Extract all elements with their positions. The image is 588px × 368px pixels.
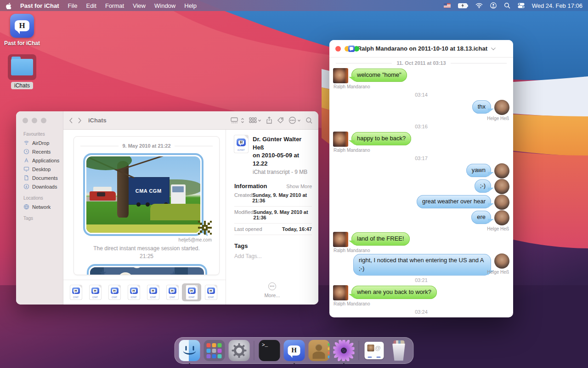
speech-bubble-icon: H <box>15 20 29 32</box>
message-bubble: yawn <box>466 164 491 177</box>
running-indicator <box>343 363 345 364</box>
zoom-button[interactable] <box>41 118 46 123</box>
launchpad-icon <box>204 340 225 361</box>
spotlight-search-icon[interactable] <box>504 2 510 9</box>
chat-message: land of the FREE! Ralph Mandarano <box>332 232 510 253</box>
wifi-icon[interactable] <box>475 3 483 8</box>
desktop-icon-past-for-ichat[interactable]: H Past for iChat <box>0 14 44 46</box>
user-switch-icon[interactable] <box>490 2 497 9</box>
network-icon <box>23 204 29 210</box>
sidebar-section-tags: Tags <box>23 216 63 221</box>
forward-button[interactable] <box>78 117 82 124</box>
timestamp: 03:14 <box>332 90 510 100</box>
chat-titlebar[interactable]: Ralph Mandarano on 2011-10-10 at 18.13.i… <box>329 40 513 58</box>
avatar-helge <box>494 253 509 269</box>
share-button[interactable] <box>266 116 272 124</box>
sidebar-item-desktop[interactable]: Desktop <box>23 165 63 173</box>
message-bubble: thx <box>472 100 491 114</box>
menu-file[interactable]: File <box>68 2 78 9</box>
info-row-modified: ModifiedSunday, 9. May 2010 at 21:36 <box>234 207 312 224</box>
gallery-view-control[interactable] <box>231 117 244 124</box>
apple-menu-icon[interactable] <box>6 2 11 9</box>
chat-message: yawn <box>332 163 510 179</box>
file-strip-item-selected[interactable]: HICHAT <box>182 283 201 301</box>
dock-item-finder[interactable] <box>179 340 200 362</box>
menu-help[interactable]: Help <box>184 2 197 9</box>
sidebar-item-documents[interactable]: Documents <box>23 173 63 182</box>
minimize-button[interactable] <box>32 118 37 123</box>
avatar-helge <box>494 179 509 194</box>
battery-charging-icon[interactable] <box>458 3 468 8</box>
sidebar-item-label: Desktop <box>32 167 51 172</box>
input-source-flag-icon[interactable] <box>444 3 451 8</box>
message-bubble: when are you back to work? <box>351 286 437 299</box>
ellipsis-circle-icon: ••• <box>268 282 276 290</box>
more-control[interactable]: ••• More... <box>226 282 318 298</box>
desktop-icon <box>23 166 29 172</box>
sidebar-item-network[interactable]: Network <box>23 202 63 211</box>
pixel-avatar-icon <box>198 221 212 235</box>
chevron-down-icon[interactable] <box>491 46 496 50</box>
chat-transcript-window: Ralph Mandarano on 2011-10-10 at 18.13.i… <box>329 40 513 317</box>
active-app-menu[interactable]: Past for iChat <box>20 2 59 9</box>
menu-edit[interactable]: Edit <box>86 2 96 9</box>
menu-bar: Past for iChat File Edit Format View Win… <box>0 0 588 11</box>
back-button[interactable] <box>69 117 73 124</box>
action-menu-button[interactable] <box>288 116 301 124</box>
message-bubble: ;-) <box>475 179 491 193</box>
group-by-control[interactable] <box>249 117 261 124</box>
avatar-helge <box>494 163 509 178</box>
proxy-document-icon[interactable] <box>348 46 355 52</box>
close-button[interactable] <box>335 46 341 52</box>
file-strip: HCHAT HCHAT HCHAT HICHAT HICHAT HCHAT <box>63 280 226 305</box>
system-message: The direct instant message session start… <box>80 245 213 252</box>
close-button[interactable] <box>23 118 28 123</box>
menu-view[interactable]: View <box>133 2 146 9</box>
add-tags-field[interactable]: Add Tags... <box>234 253 312 259</box>
desktop-icon-ichats-folder[interactable]: iChats <box>0 54 44 89</box>
dock-item-past-for-ichat[interactable]: H <box>283 340 305 362</box>
sidebar-item-label: Downloads <box>32 184 57 190</box>
sidebar-item-applications[interactable]: Applications <box>23 156 63 165</box>
dock-item-contacts[interactable] <box>308 340 330 362</box>
file-strip-item[interactable]: HICHAT <box>124 283 143 301</box>
file-strip-item[interactable]: HCHAT <box>66 283 85 301</box>
running-indicator <box>294 363 295 364</box>
dock-item-contact-card[interactable]: @ <box>363 340 385 362</box>
sidebar-item-airdrop[interactable]: AirDrop <box>23 138 63 147</box>
chat-message: when are you back to work? Ralph Mandara… <box>332 285 510 307</box>
file-title: Dr. Günter Walter Heß on 2010-05-09 at 1… <box>253 135 312 167</box>
dock-item-flower-image[interactable] <box>333 340 355 362</box>
file-strip-item[interactable]: HCHAT <box>105 283 124 301</box>
dock-item-terminal[interactable]: >_ <box>259 340 280 362</box>
search-button[interactable] <box>305 117 313 124</box>
menu-bar-clock[interactable]: Wed 24. Feb 17:06 <box>532 2 582 9</box>
shipping-container: CMA CGM <box>127 177 170 205</box>
sender-email: helje5@me.com <box>80 237 213 242</box>
file-strip-item[interactable]: HCHAT <box>163 283 182 301</box>
sidebar-item-recents[interactable]: Recents <box>23 147 63 156</box>
avatar-ralph <box>333 68 348 83</box>
sidebar-section-favourites: Favourites <box>23 132 63 137</box>
show-more-link[interactable]: Show More <box>286 184 312 189</box>
file-strip-item[interactable]: HICHAT <box>201 283 220 301</box>
menu-format[interactable]: Format <box>105 2 124 9</box>
file-strip-item[interactable]: HICHAT <box>143 283 163 301</box>
dock-item-trash[interactable] <box>388 340 410 362</box>
airdrop-icon <box>23 140 29 146</box>
dock-divider <box>254 341 254 360</box>
desktop-icon-label: Past for iChat <box>0 40 44 46</box>
dock-item-system-preferences[interactable] <box>228 340 250 362</box>
sidebar-item-downloads[interactable]: Downloads <box>23 182 63 191</box>
chat-message: happy to be back? Ralph Mandarano <box>332 132 510 153</box>
running-indicator <box>189 363 190 364</box>
dock-item-launchpad[interactable] <box>204 340 225 362</box>
finder-window-title: iChats <box>88 117 107 124</box>
control-center-icon[interactable] <box>518 3 525 8</box>
file-strip-item[interactable]: HCHAT <box>85 283 105 301</box>
menu-window[interactable]: Window <box>154 2 175 9</box>
sender-label: Helge Heß <box>487 116 509 121</box>
transcript-preview-card[interactable]: 9. May 2010 at 21:22 CMA CGM <box>74 136 220 275</box>
tag-button[interactable] <box>277 117 284 124</box>
sender-label: Helge Heß <box>487 270 509 275</box>
